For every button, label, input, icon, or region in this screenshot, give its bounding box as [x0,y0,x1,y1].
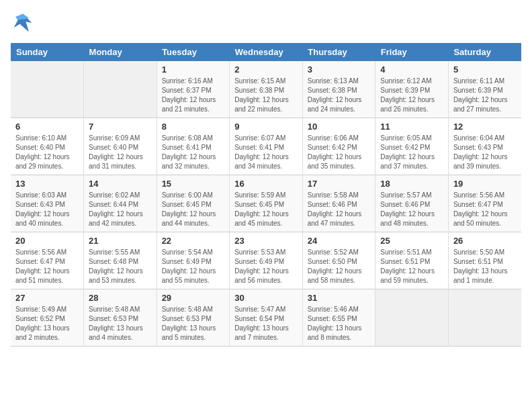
day-info: Sunrise: 6:13 AMSunset: 6:38 PMDaylight:… [308,77,371,114]
calendar-cell: 2Sunrise: 6:15 AMSunset: 6:38 PMDaylight… [230,61,303,118]
calendar-cell: 20Sunrise: 5:56 AMSunset: 6:47 PMDayligh… [11,232,84,289]
day-number: 23 [234,236,298,246]
calendar-cell: 19Sunrise: 5:56 AMSunset: 6:47 PMDayligh… [448,175,521,232]
calendar-cell: 10Sunrise: 6:06 AMSunset: 6:42 PMDayligh… [302,118,375,175]
calendar-cell: 31Sunrise: 5:46 AMSunset: 6:55 PMDayligh… [302,289,375,347]
page-header [11,11,521,35]
day-number: 22 [162,236,225,246]
calendar-cell: 9Sunrise: 6:07 AMSunset: 6:41 PMDaylight… [230,118,303,175]
day-info: Sunrise: 5:56 AMSunset: 6:47 PMDaylight:… [453,191,517,228]
day-number: 6 [15,122,79,132]
calendar-cell: 8Sunrise: 6:08 AMSunset: 6:41 PMDaylight… [157,118,230,175]
day-info: Sunrise: 5:50 AMSunset: 6:51 PMDaylight:… [453,248,517,285]
calendar-cell: 11Sunrise: 6:05 AMSunset: 6:42 PMDayligh… [375,118,449,175]
day-number: 13 [15,179,79,189]
day-info: Sunrise: 6:16 AMSunset: 6:37 PMDaylight:… [162,77,225,114]
weekday-header-tuesday: Tuesday [157,43,230,61]
day-info: Sunrise: 6:11 AMSunset: 6:39 PMDaylight:… [453,77,517,114]
day-number: 12 [453,122,517,132]
day-number: 19 [453,179,517,189]
day-number: 7 [89,122,152,132]
day-info: Sunrise: 5:55 AMSunset: 6:48 PMDaylight:… [89,248,152,285]
day-info: Sunrise: 6:15 AMSunset: 6:38 PMDaylight:… [234,77,298,114]
calendar-cell: 23Sunrise: 5:53 AMSunset: 6:49 PMDayligh… [230,232,303,289]
day-info: Sunrise: 5:49 AMSunset: 6:52 PMDaylight:… [15,305,79,342]
day-number: 11 [380,122,443,132]
calendar-cell: 13Sunrise: 6:03 AMSunset: 6:43 PMDayligh… [11,175,84,232]
weekday-header-thursday: Thursday [302,43,375,61]
day-info: Sunrise: 5:51 AMSunset: 6:51 PMDaylight:… [380,248,443,285]
calendar-week-5: 27Sunrise: 5:49 AMSunset: 6:52 PMDayligh… [11,289,521,347]
calendar-cell: 25Sunrise: 5:51 AMSunset: 6:51 PMDayligh… [375,232,449,289]
calendar-cell: 26Sunrise: 5:50 AMSunset: 6:51 PMDayligh… [448,232,521,289]
day-info: Sunrise: 6:12 AMSunset: 6:39 PMDaylight:… [380,77,443,114]
day-info: Sunrise: 5:57 AMSunset: 6:46 PMDaylight:… [380,191,443,228]
calendar-cell: 7Sunrise: 6:09 AMSunset: 6:40 PMDaylight… [84,118,157,175]
calendar-cell: 3Sunrise: 6:13 AMSunset: 6:38 PMDaylight… [302,61,375,118]
day-info: Sunrise: 6:10 AMSunset: 6:40 PMDaylight:… [15,134,79,171]
day-info: Sunrise: 6:05 AMSunset: 6:42 PMDaylight:… [380,134,443,171]
day-number: 29 [162,293,225,303]
day-info: Sunrise: 6:04 AMSunset: 6:43 PMDaylight:… [453,134,517,171]
logo-icon [11,11,35,35]
day-info: Sunrise: 5:58 AMSunset: 6:46 PMDaylight:… [308,191,371,228]
day-info: Sunrise: 6:07 AMSunset: 6:41 PMDaylight:… [234,134,298,171]
day-number: 26 [453,236,517,246]
calendar-cell: 28Sunrise: 5:48 AMSunset: 6:53 PMDayligh… [84,289,157,347]
day-number: 3 [308,64,371,75]
calendar-week-4: 20Sunrise: 5:56 AMSunset: 6:47 PMDayligh… [11,232,521,289]
calendar-cell: 27Sunrise: 5:49 AMSunset: 6:52 PMDayligh… [11,289,84,347]
calendar-cell: 6Sunrise: 6:10 AMSunset: 6:40 PMDaylight… [11,118,84,175]
calendar-cell: 16Sunrise: 5:59 AMSunset: 6:45 PMDayligh… [230,175,303,232]
day-info: Sunrise: 6:00 AMSunset: 6:45 PMDaylight:… [162,191,225,228]
day-info: Sunrise: 6:06 AMSunset: 6:42 PMDaylight:… [308,134,371,171]
calendar-cell: 29Sunrise: 5:48 AMSunset: 6:53 PMDayligh… [157,289,230,347]
day-number: 25 [380,236,443,246]
day-number: 15 [162,179,225,189]
weekday-header-friday: Friday [375,43,449,61]
day-number: 20 [15,236,79,246]
day-info: Sunrise: 5:53 AMSunset: 6:49 PMDaylight:… [234,248,298,285]
day-number: 2 [234,64,298,75]
day-number: 31 [308,293,371,303]
day-number: 4 [380,64,443,75]
calendar-body: 1Sunrise: 6:16 AMSunset: 6:37 PMDaylight… [11,61,521,347]
day-info: Sunrise: 5:48 AMSunset: 6:53 PMDaylight:… [162,305,225,342]
calendar-week-3: 13Sunrise: 6:03 AMSunset: 6:43 PMDayligh… [11,175,521,232]
day-info: Sunrise: 5:54 AMSunset: 6:49 PMDaylight:… [162,248,225,285]
day-number: 18 [380,179,443,189]
day-number: 8 [162,122,225,132]
day-number: 16 [234,179,298,189]
day-number: 21 [89,236,152,246]
day-info: Sunrise: 5:46 AMSunset: 6:55 PMDaylight:… [308,305,371,342]
calendar-header: SundayMondayTuesdayWednesdayThursdayFrid… [11,43,521,61]
day-number: 10 [308,122,371,132]
calendar-cell: 1Sunrise: 6:16 AMSunset: 6:37 PMDaylight… [157,61,230,118]
day-info: Sunrise: 5:59 AMSunset: 6:45 PMDaylight:… [234,191,298,228]
day-info: Sunrise: 6:02 AMSunset: 6:44 PMDaylight:… [89,191,152,228]
calendar-cell: 17Sunrise: 5:58 AMSunset: 6:46 PMDayligh… [302,175,375,232]
weekday-header-sunday: Sunday [11,43,84,61]
day-number: 5 [453,64,517,75]
calendar-cell: 12Sunrise: 6:04 AMSunset: 6:43 PMDayligh… [448,118,521,175]
day-info: Sunrise: 5:56 AMSunset: 6:47 PMDaylight:… [15,248,79,285]
day-number: 17 [308,179,371,189]
calendar-table: SundayMondayTuesdayWednesdayThursdayFrid… [11,43,521,347]
day-info: Sunrise: 6:09 AMSunset: 6:40 PMDaylight:… [89,134,152,171]
day-info: Sunrise: 5:52 AMSunset: 6:50 PMDaylight:… [308,248,371,285]
calendar-cell: 14Sunrise: 6:02 AMSunset: 6:44 PMDayligh… [84,175,157,232]
calendar-cell: 4Sunrise: 6:12 AMSunset: 6:39 PMDaylight… [375,61,449,118]
day-info: Sunrise: 5:47 AMSunset: 6:54 PMDaylight:… [234,305,298,342]
calendar-cell: 18Sunrise: 5:57 AMSunset: 6:46 PMDayligh… [375,175,449,232]
calendar-cell [84,61,157,118]
calendar-cell: 22Sunrise: 5:54 AMSunset: 6:49 PMDayligh… [157,232,230,289]
day-info: Sunrise: 6:03 AMSunset: 6:43 PMDaylight:… [15,191,79,228]
day-number: 14 [89,179,152,189]
calendar-cell: 21Sunrise: 5:55 AMSunset: 6:48 PMDayligh… [84,232,157,289]
calendar-cell [375,289,449,347]
day-number: 9 [234,122,298,132]
calendar-cell: 5Sunrise: 6:11 AMSunset: 6:39 PMDaylight… [448,61,521,118]
day-number: 1 [162,64,225,75]
calendar-cell: 15Sunrise: 6:00 AMSunset: 6:45 PMDayligh… [157,175,230,232]
day-number: 27 [15,293,79,303]
